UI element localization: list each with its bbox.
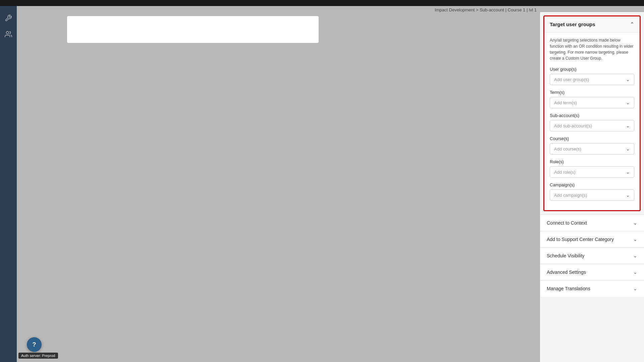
left-sidebar [0, 6, 17, 362]
roles-chevron: ⌄ [626, 169, 630, 175]
roles-label: Role(s) [550, 159, 634, 164]
add-to-support-center-label: Add to Support Center Category [547, 237, 614, 242]
roles-field: Role(s) Add role(s) ⌄ [550, 159, 634, 178]
connect-to-context-chevron: ⌄ [633, 220, 637, 226]
campaigns-chevron: ⌄ [626, 192, 630, 198]
svg-point-0 [6, 32, 9, 34]
wrench-icon[interactable] [3, 13, 14, 23]
connect-to-context-label: Connect to Context [547, 220, 587, 226]
sub-accounts-select[interactable]: Add sub-account(s) ⌄ [550, 120, 634, 131]
manage-translations-item[interactable]: Manage Translations ⌄ [540, 280, 644, 297]
user-groups-placeholder: Add user group(s) [554, 77, 589, 82]
campaigns-select[interactable]: Add campaign(s) ⌄ [550, 189, 634, 201]
advanced-settings-item[interactable]: Advanced Settings ⌄ [540, 264, 644, 280]
advanced-settings-label: Advanced Settings [547, 269, 586, 275]
sub-accounts-placeholder: Add sub-account(s) [554, 123, 592, 128]
terms-label: Term(s) [550, 90, 634, 95]
user-groups-field: User group(s) Add user group(s) ⌄ [550, 67, 634, 85]
card-header[interactable]: Target user groups ⌃ [544, 16, 640, 33]
card-description: Any/all targeting selections made below … [550, 37, 634, 61]
user-groups-label: User group(s) [550, 67, 634, 72]
manage-translations-chevron: ⌄ [633, 286, 637, 291]
add-to-support-center-item[interactable]: Add to Support Center Category ⌄ [540, 231, 644, 247]
courses-label: Course(s) [550, 136, 634, 141]
add-to-support-center-chevron: ⌄ [633, 237, 637, 242]
breadcrumb: Impact Development > Sub-account | Cours… [435, 6, 537, 14]
campaigns-placeholder: Add campaign(s) [554, 193, 587, 198]
courses-field: Course(s) Add course(s) ⌄ [550, 136, 634, 155]
left-card [67, 16, 319, 43]
sub-accounts-chevron: ⌄ [626, 123, 630, 128]
schedule-visibility-label: Schedule Visibility [547, 253, 585, 258]
connect-to-context-item[interactable]: Connect to Context ⌄ [540, 215, 644, 231]
terms-select[interactable]: Add term(s) ⌄ [550, 97, 634, 108]
campaigns-label: Campaign(s) [550, 182, 634, 187]
terms-placeholder: Add term(s) [554, 100, 577, 105]
sub-accounts-field: Sub-account(s) Add sub-account(s) ⌄ [550, 113, 634, 131]
user-groups-chevron: ⌄ [626, 77, 630, 82]
terms-field: Term(s) Add term(s) ⌄ [550, 90, 634, 108]
terms-chevron: ⌄ [626, 100, 630, 105]
schedule-visibility-item[interactable]: Schedule Visibility ⌄ [540, 247, 644, 264]
sub-accounts-label: Sub-account(s) [550, 113, 634, 118]
collapse-icon: ⌃ [630, 21, 634, 27]
manage-translations-label: Manage Translations [547, 286, 590, 291]
courses-select[interactable]: Add course(s) ⌄ [550, 143, 634, 155]
main-content: Impact Development > Sub-account | Cours… [17, 6, 644, 362]
card-body: Any/all targeting selections made below … [544, 33, 640, 210]
help-button[interactable]: ? [27, 337, 42, 352]
target-user-groups-card: Target user groups ⌃ Any/all targeting s… [543, 15, 641, 211]
schedule-visibility-chevron: ⌄ [633, 253, 637, 258]
auth-server-badge: Auth server: Preprod [18, 353, 58, 359]
courses-placeholder: Add course(s) [554, 146, 581, 152]
users-icon[interactable] [3, 29, 14, 40]
user-groups-select[interactable]: Add user group(s) ⌄ [550, 74, 634, 85]
courses-chevron: ⌄ [626, 146, 630, 152]
top-bar [0, 0, 644, 6]
roles-placeholder: Add role(s) [554, 170, 576, 175]
right-panel: Target user groups ⌃ Any/all targeting s… [540, 12, 644, 362]
card-title: Target user groups [550, 21, 595, 27]
roles-select[interactable]: Add role(s) ⌄ [550, 166, 634, 178]
advanced-settings-chevron: ⌄ [633, 269, 637, 275]
campaigns-field: Campaign(s) Add campaign(s) ⌄ [550, 182, 634, 201]
